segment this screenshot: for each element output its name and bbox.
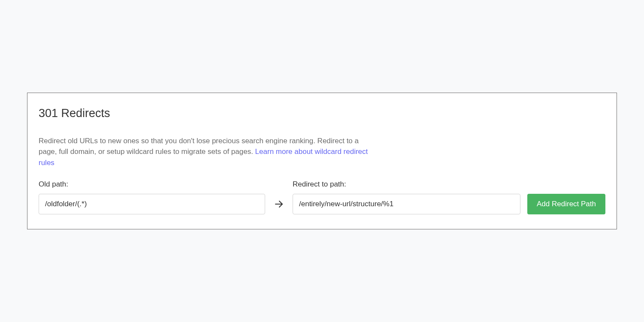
redirect-to-input[interactable]: [293, 194, 520, 214]
panel-title: 301 Redirects: [39, 107, 605, 120]
old-path-input[interactable]: [39, 194, 265, 214]
old-path-label: Old path:: [39, 180, 265, 189]
arrow-icon: [272, 194, 286, 214]
redirect-to-group: Redirect to path:: [293, 180, 520, 214]
add-redirect-button[interactable]: Add Redirect Path: [527, 194, 605, 214]
redirects-panel: 301 Redirects Redirect old URLs to new o…: [27, 93, 617, 230]
panel-description: Redirect old URLs to new ones so that yo…: [39, 135, 378, 169]
redirect-form-row: Old path: Redirect to path: Add Redirect…: [39, 180, 605, 214]
redirect-to-label: Redirect to path:: [293, 180, 520, 189]
old-path-group: Old path:: [39, 180, 265, 214]
